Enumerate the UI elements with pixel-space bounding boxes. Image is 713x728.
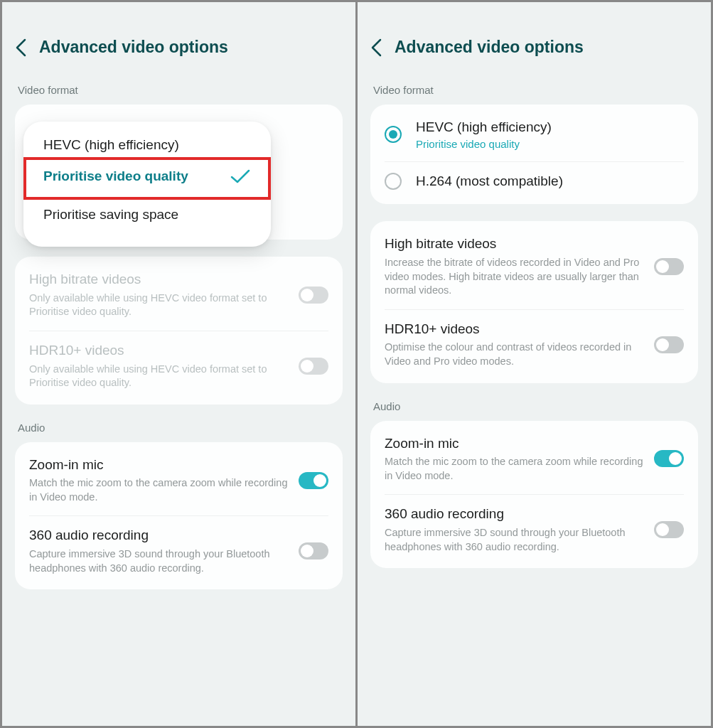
left-screen: Advanced video options Video format HEVC… [2, 2, 355, 726]
high-bitrate-title: High bitrate videos [29, 271, 290, 289]
audio360-desc: Capture immersive 3D sound through your … [29, 547, 290, 575]
high-bitrate-row[interactable]: High bitrate videos Increase the bitrate… [370, 224, 698, 309]
audio360-row[interactable]: 360 audio recording Capture immersive 3D… [15, 515, 343, 587]
video-format-option-hevc[interactable]: HEVC (high efficiency) Prioritise video … [370, 107, 698, 161]
popup-item-prioritise-space[interactable]: Prioritise saving space [23, 196, 271, 234]
header: Advanced video options [15, 38, 343, 57]
hdr10-title: HDR10+ videos [29, 342, 290, 360]
hdr10-row[interactable]: HDR10+ videos Optimise the colour and co… [370, 309, 698, 380]
zoom-mic-row[interactable]: Zoom-in mic Match the mic zoom to the ca… [15, 445, 343, 516]
hdr10-toggle [299, 358, 328, 375]
back-icon[interactable] [370, 38, 382, 57]
h264-title: H.264 (most compatible) [416, 173, 684, 191]
zoom-mic-toggle[interactable] [654, 450, 684, 467]
hdr10-desc: Only available while using HEVC video fo… [29, 363, 290, 390]
high-bitrate-title: High bitrate videos [385, 235, 645, 253]
zoom-mic-title: Zoom-in mic [385, 435, 645, 453]
audio360-title: 360 audio recording [29, 527, 290, 545]
video-format-option-h264[interactable]: H.264 (most compatible) [370, 161, 698, 202]
back-icon[interactable] [15, 38, 26, 57]
audio360-title: 360 audio recording [385, 505, 645, 523]
page-title: Advanced video options [39, 38, 228, 57]
radio-hevc[interactable] [385, 126, 402, 143]
video-format-card: HEVC (high efficiency) Prioritise video … [370, 105, 698, 204]
bitrate-hdr-card: High bitrate videos Only available while… [15, 257, 343, 405]
zoom-mic-desc: Match the mic zoom to the camera zoom wh… [29, 476, 290, 504]
zoom-mic-title: Zoom-in mic [29, 456, 290, 474]
page-title: Advanced video options [395, 38, 584, 57]
hdr10-row: HDR10+ videos Only available while using… [15, 331, 343, 402]
high-bitrate-desc: Increase the bitrate of videos recorded … [385, 256, 645, 298]
hdr10-desc: Optimise the colour and contrast of vide… [385, 341, 645, 368]
audio360-row[interactable]: 360 audio recording Capture immersive 3D… [370, 494, 698, 565]
check-icon [230, 168, 251, 184]
popup-item-label: Prioritise video quality [43, 168, 188, 184]
hdr10-toggle[interactable] [654, 336, 684, 353]
high-bitrate-toggle[interactable] [654, 258, 684, 275]
high-bitrate-toggle [299, 287, 328, 304]
hdr10-title: HDR10+ videos [385, 321, 645, 338]
zoom-mic-desc: Match the mic zoom to the camera zoom wh… [385, 455, 645, 483]
zoom-mic-toggle[interactable] [299, 472, 328, 489]
section-label-audio: Audio [373, 400, 698, 412]
section-label-audio: Audio [18, 422, 343, 434]
popup-item-prioritise-quality[interactable]: Prioritise video quality [23, 157, 271, 196]
popup-title: HEVC (high efficiency) [23, 127, 271, 157]
audio360-toggle[interactable] [299, 542, 328, 560]
header: Advanced video options [370, 38, 698, 57]
popup-item-label: Prioritise saving space [43, 207, 178, 223]
bitrate-hdr-card: High bitrate videos Increase the bitrate… [370, 221, 698, 382]
high-bitrate-desc: Only available while using HEVC video fo… [29, 291, 290, 319]
hevc-subtitle: Prioritise video quality [416, 138, 684, 150]
audio-card: Zoom-in mic Match the mic zoom to the ca… [15, 442, 343, 590]
zoom-mic-row[interactable]: Zoom-in mic Match the mic zoom to the ca… [370, 424, 698, 495]
audio360-desc: Capture immersive 3D sound through your … [385, 526, 645, 554]
section-label-video: Video format [18, 84, 343, 96]
hevc-dropdown-popup: HEVC (high efficiency) Prioritise video … [23, 122, 271, 247]
high-bitrate-row: High bitrate videos Only available while… [15, 259, 343, 331]
radio-h264[interactable] [385, 173, 402, 190]
audio360-toggle[interactable] [654, 521, 684, 538]
section-label-video: Video format [373, 84, 698, 96]
right-screen: Advanced video options Video format HEVC… [358, 2, 711, 726]
hevc-title: HEVC (high efficiency) [416, 119, 684, 136]
audio-card: Zoom-in mic Match the mic zoom to the ca… [370, 421, 698, 569]
